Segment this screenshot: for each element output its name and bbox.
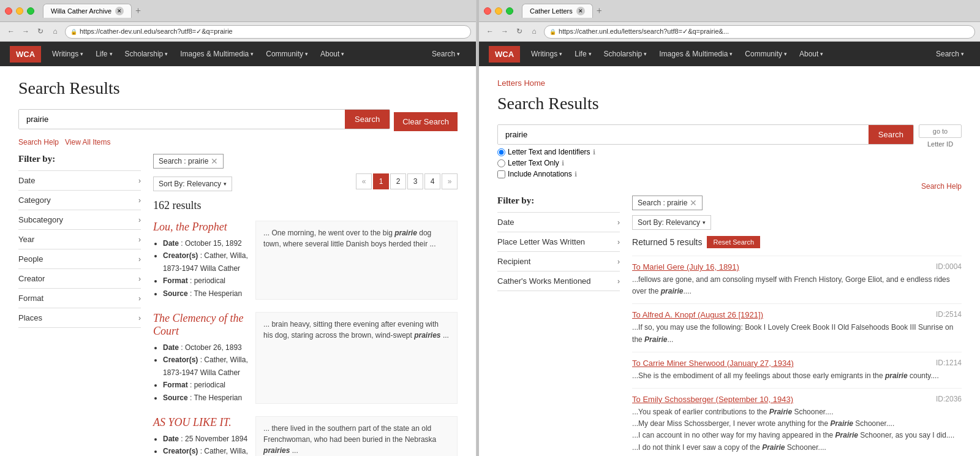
option-include-annotations[interactable]: Include Annotations ℹ: [497, 170, 962, 178]
nav-writings-left[interactable]: Writings ▾: [46, 42, 89, 66]
nav-life-right[interactable]: Life ▾: [568, 42, 597, 66]
filter-creator[interactable]: Creator ›: [18, 268, 141, 288]
nav-about-right[interactable]: About ▾: [793, 42, 829, 66]
page-2[interactable]: 2: [390, 173, 406, 189]
right-sort-dropdown[interactable]: Sort By: Relevancy ▾: [632, 215, 711, 230]
minimize-button-right[interactable]: [495, 7, 502, 15]
result-title[interactable]: Lou, the Prophet: [153, 221, 248, 234]
forward-button-right[interactable]: →: [499, 26, 511, 38]
reset-search-button[interactable]: Reset Search: [707, 236, 760, 248]
right-tab[interactable]: Cather Letters ✕: [522, 4, 593, 18]
maximize-button-right[interactable]: [506, 7, 513, 15]
filter-format[interactable]: Format ›: [18, 288, 141, 308]
left-tab[interactable]: Willa Cather Archive ✕: [43, 4, 132, 18]
right-tab-new[interactable]: +: [597, 6, 602, 17]
reload-button[interactable]: ↻: [34, 26, 47, 38]
chevron-right-icon: ›: [138, 255, 141, 264]
right-search-help-link[interactable]: Search Help: [921, 182, 962, 191]
filter-people[interactable]: People ›: [18, 249, 141, 268]
right-url-text: https://cather.unl.edu/letters/search?ut…: [559, 28, 729, 36]
right-search-bar: Search: [497, 124, 914, 145]
nav-search-right[interactable]: Search ▾: [930, 42, 970, 66]
result-title[interactable]: AS YOU LIKE IT.: [153, 416, 248, 429]
nav-search-left[interactable]: Search ▾: [426, 42, 466, 66]
left-tab-label: Willa Cather Archive: [51, 7, 111, 15]
home-button-right[interactable]: ⌂: [528, 26, 540, 38]
maximize-button[interactable]: [27, 7, 34, 15]
right-search-input[interactable]: [498, 125, 869, 144]
home-button[interactable]: ⌂: [49, 26, 61, 38]
letter-id-container: Letter ID: [919, 124, 962, 148]
filter-year[interactable]: Year ›: [18, 229, 141, 249]
left-url-bar[interactable]: 🔒 https://cather-dev.unl.edu/search?utf8…: [65, 25, 471, 39]
wca-logo-right[interactable]: WCA: [489, 46, 520, 63]
sort-dropdown[interactable]: Sort By: Relevancy ▾: [153, 177, 232, 191]
letter-title[interactable]: To Emily Schossberger (September 10, 194…: [632, 395, 793, 404]
minimize-button[interactable]: [16, 7, 23, 15]
chevron-icon: ▾: [820, 51, 823, 57]
chevron-right-icon: ›: [138, 177, 141, 185]
nav-writings-right[interactable]: Writings ▾: [525, 42, 568, 66]
left-tab-new[interactable]: +: [135, 6, 141, 17]
wca-logo-left[interactable]: WCA: [10, 46, 41, 63]
view-all-link[interactable]: View All Items: [65, 138, 110, 146]
right-active-filter-label: Search : prairie: [638, 199, 687, 207]
nav-life-left[interactable]: Life ▾: [89, 42, 118, 66]
letter-title[interactable]: To Carrie Miner Sherwood (January 27, 19…: [632, 359, 794, 368]
filter-date[interactable]: Date ›: [18, 170, 141, 190]
chevron-right-icon: ›: [617, 277, 620, 286]
result-title[interactable]: The Clemency of the Court: [153, 312, 248, 338]
left-search-input[interactable]: [19, 110, 345, 129]
option-letter-text-identifiers[interactable]: Letter Text and Identifiers ℹ: [497, 148, 962, 156]
letter-id: ID:2036: [936, 395, 962, 403]
back-button[interactable]: ←: [5, 26, 17, 38]
page-3[interactable]: 3: [407, 173, 423, 189]
back-button-right[interactable]: ←: [484, 26, 496, 38]
left-tab-close[interactable]: ✕: [115, 7, 124, 15]
page-next[interactable]: »: [442, 173, 458, 189]
nav-images-right[interactable]: Images & Multimedia ▾: [653, 42, 739, 66]
result-item: The Clemency of the Court Date : October…: [153, 312, 458, 404]
nav-images-left[interactable]: Images & Multimedia ▾: [174, 42, 260, 66]
right-tab-close[interactable]: ✕: [576, 7, 585, 15]
filter-places[interactable]: Places ›: [18, 308, 141, 328]
chevron-icon: ▾: [961, 51, 964, 57]
filter-category[interactable]: Category ›: [18, 190, 141, 210]
letter-header: To Alfred A. Knopf (August 26 [1921]) ID…: [632, 310, 962, 319]
right-url-bar[interactable]: 🔒 https://cather.unl.edu/letters/search?…: [544, 25, 975, 39]
search-help-link[interactable]: Search Help: [18, 138, 59, 146]
right-search-button[interactable]: Search: [869, 125, 913, 144]
result-details: Date : October 15, 1892 Creator(s) : Cat…: [153, 237, 248, 300]
close-button[interactable]: [5, 7, 12, 15]
letter-result: To Emily Schossberger (September 10, 194…: [632, 388, 962, 456]
right-remove-filter-button[interactable]: ✕: [690, 198, 697, 208]
nav-about-left[interactable]: About ▾: [314, 42, 350, 66]
chevron-icon: ▾: [251, 51, 254, 57]
page-4[interactable]: 4: [424, 173, 440, 189]
nav-community-left[interactable]: Community ▾: [260, 42, 314, 66]
left-clear-search-button[interactable]: Clear Search: [394, 112, 458, 131]
page-prev[interactable]: «: [356, 173, 372, 189]
option-letter-text-only[interactable]: Letter Text Only ℹ: [497, 159, 962, 167]
letter-id-input[interactable]: [919, 124, 962, 138]
forward-button[interactable]: →: [20, 26, 32, 38]
page-1[interactable]: 1: [373, 173, 389, 189]
right-search-help: Search Help: [497, 182, 962, 191]
filter-date-right[interactable]: Date ›: [497, 212, 620, 232]
left-search-button[interactable]: Search: [345, 110, 390, 129]
breadcrumb-link[interactable]: Letters Home: [497, 78, 545, 88]
filter-recipient[interactable]: Recipient ›: [497, 251, 620, 271]
right-page-body: Letters Home Search Results Search Lette…: [479, 66, 980, 456]
remove-filter-button[interactable]: ✕: [211, 156, 218, 166]
reload-button-right[interactable]: ↻: [513, 26, 526, 38]
filter-cathers-works[interactable]: Cather's Works Mentioned ›: [497, 271, 620, 291]
filter-subcategory[interactable]: Subcategory ›: [18, 210, 141, 229]
letter-title[interactable]: To Mariel Gere (July 16, 1891): [632, 262, 739, 272]
nav-scholarship-left[interactable]: Scholarship ▾: [119, 42, 175, 66]
nav-community-right[interactable]: Community ▾: [739, 42, 793, 66]
nav-scholarship-right[interactable]: Scholarship ▾: [598, 42, 654, 66]
close-button-right[interactable]: [484, 7, 491, 15]
letter-title[interactable]: To Alfred A. Knopf (August 26 [1921]): [632, 310, 763, 319]
filter-place-letter[interactable]: Place Letter Was Written ›: [497, 232, 620, 251]
active-filter-tag: Search : prairie ✕: [153, 154, 224, 169]
